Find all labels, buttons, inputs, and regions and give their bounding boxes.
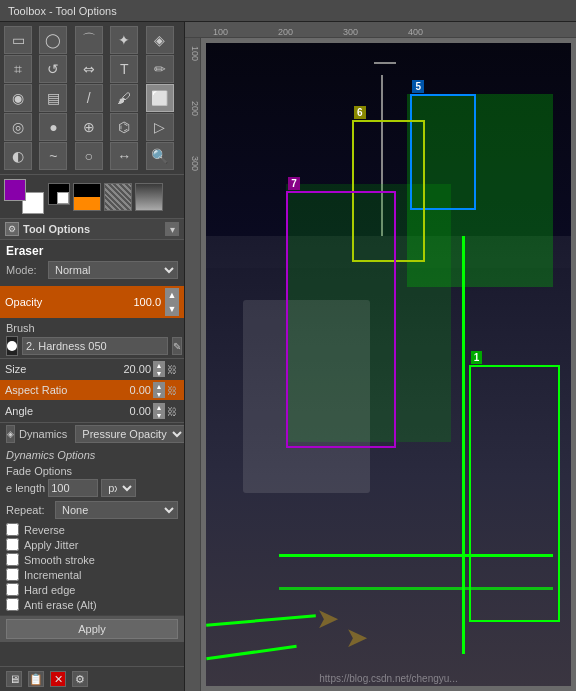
opacity-row: Opacity 100.0 ▲ ▼ (0, 286, 184, 318)
size-spinner: ▲ ▼ (153, 361, 165, 377)
dynamics-select[interactable]: Pressure Opacity None (75, 425, 185, 443)
tool-eraser[interactable]: ⬜ (146, 84, 174, 112)
ruler-mark-400: 400 (408, 27, 423, 37)
reverse-checkbox[interactable] (6, 523, 19, 536)
brush-preview[interactable] (6, 336, 18, 356)
tool-text[interactable]: T (110, 55, 138, 83)
size-value: 20.00 (106, 363, 151, 375)
tool-transform[interactable]: ↺ (39, 55, 67, 83)
aspect-ratio-row: Aspect Ratio 0.00 ▲ ▼ ⛓ (0, 380, 184, 400)
reverse-label[interactable]: Reverse (24, 524, 65, 536)
tool-measure[interactable]: ↔ (110, 142, 138, 170)
anti-erase-label[interactable]: Anti erase (Alt) (24, 599, 97, 611)
arrow-symbol: ➤ (316, 602, 339, 635)
bottom-buttons: 🖥 📋 ✕ ⚙ (0, 666, 184, 691)
fade-length-prefix: e length (6, 482, 45, 494)
mode-select[interactable]: Normal Behind Erase (48, 261, 178, 279)
opacity-label: Opacity (5, 296, 133, 308)
bottom-icon-1[interactable]: 🖥 (6, 671, 22, 687)
bottom-icon-3[interactable]: ✕ (50, 671, 66, 687)
dynamics-row: ◈ Dynamics Pressure Opacity None ✎ (6, 425, 178, 443)
tool-icons-grid: ▭ ◯ ⌒ ✦ ◈ ⌗ ↺ ⇔ T ✏ ◉ ▤ / 🖌 ⬜ ◎ ● ⊕ ⌬ ▷ … (0, 22, 184, 175)
black-white-icon[interactable] (48, 183, 70, 205)
smooth-stroke-checkbox[interactable] (6, 553, 19, 566)
brush-edit-btn[interactable]: ✎ (172, 337, 182, 355)
fade-unit-select[interactable]: px % (101, 479, 136, 497)
incremental-checkbox[interactable] (6, 568, 19, 581)
fade-length-input[interactable] (48, 479, 98, 497)
tool-clone[interactable]: ⊕ (75, 113, 103, 141)
angle-row: Angle 0.00 ▲ ▼ ⛓ (0, 401, 184, 421)
tool-blur[interactable]: ◐ (4, 142, 32, 170)
aspect-chain-icon: ⛓ (165, 383, 179, 397)
hard-edge-label[interactable]: Hard edge (24, 584, 75, 596)
ruler-v-mark: 200 (185, 101, 200, 116)
tool-ink[interactable]: ● (39, 113, 67, 141)
incremental-label[interactable]: Incremental (24, 569, 81, 581)
tool-flip[interactable]: ⇔ (75, 55, 103, 83)
car-white (243, 300, 371, 493)
anti-erase-checkbox[interactable] (6, 598, 19, 611)
tool-color-picker[interactable]: 🔍 (146, 142, 174, 170)
ruler-v-mark: 300 (185, 156, 200, 171)
bottom-icon-2[interactable]: 📋 (28, 671, 44, 687)
apply-button[interactable]: Apply (6, 619, 178, 639)
apply-jitter-row: Apply Jitter (6, 538, 178, 551)
tool-perspective-clone[interactable]: ▷ (146, 113, 174, 141)
canvas-viewport[interactable]: ➤ ➤ 5 6 7 (201, 38, 576, 691)
ruler-mark-200: 200 (278, 27, 293, 37)
tool-path[interactable]: ✏ (146, 55, 174, 83)
opacity-increase-btn[interactable]: ▲ (165, 288, 179, 302)
tool-ellipse-select[interactable]: ◯ (39, 26, 67, 54)
apply-jitter-checkbox[interactable] (6, 538, 19, 551)
foreground-color-swatch[interactable] (4, 179, 26, 201)
anti-erase-row: Anti erase (Alt) (6, 598, 178, 611)
tool-paintbrush[interactable]: 🖌 (110, 84, 138, 112)
tool-paintbucket[interactable]: ◉ (4, 84, 32, 112)
dynamics-icon: ◈ (6, 425, 15, 443)
angle-decrease-btn[interactable]: ▼ (153, 411, 165, 419)
tool-dodge-burn[interactable]: ○ (75, 142, 103, 170)
fg-bg-colors[interactable] (4, 179, 44, 214)
canvas-image: ➤ ➤ 5 6 7 (206, 43, 571, 686)
tool-pencil[interactable]: / (75, 84, 103, 112)
green-line-v (462, 236, 465, 654)
tool-fuzzy-select[interactable]: ✦ (110, 26, 138, 54)
canvas-area: 100 200 300 400 100 200 300 (185, 22, 576, 691)
tool-options-icon: ⚙ (5, 222, 19, 236)
brush-section: Brush ✎ (0, 320, 184, 359)
aspect-ratio-decrease-btn[interactable]: ▼ (153, 390, 165, 398)
tool-options-label: Tool Options (23, 223, 90, 235)
mode-label: Mode: (6, 264, 44, 276)
size-decrease-btn[interactable]: ▼ (153, 369, 165, 377)
tool-options-header: ⚙ Tool Options ▾ (0, 219, 184, 240)
title-text: Toolbox - Tool Options (8, 5, 117, 17)
aspect-ratio-increase-btn[interactable]: ▲ (153, 382, 165, 390)
brush-name-input[interactable] (22, 337, 168, 355)
smooth-stroke-label[interactable]: Smooth stroke (24, 554, 95, 566)
brush-pattern[interactable] (73, 183, 101, 211)
tool-options-menu-btn[interactable]: ▾ (165, 222, 179, 236)
tool-smudge[interactable]: ~ (39, 142, 67, 170)
tool-rect-select[interactable]: ▭ (4, 26, 32, 54)
tool-crop[interactable]: ⌗ (4, 55, 32, 83)
angle-increase-btn[interactable]: ▲ (153, 403, 165, 411)
apply-jitter-label[interactable]: Apply Jitter (24, 539, 78, 551)
tool-by-color[interactable]: ◈ (146, 26, 174, 54)
gradient-pattern[interactable] (135, 183, 163, 211)
opacity-decrease-btn[interactable]: ▼ (165, 302, 179, 316)
repeat-select[interactable]: None Loop Sawtooth (55, 501, 178, 519)
size-chain-icon: ⛓ (165, 362, 179, 376)
ruler-mark-100: 100 (213, 27, 228, 37)
size-row: Size 20.00 ▲ ▼ ⛓ (0, 359, 184, 379)
size-increase-btn[interactable]: ▲ (153, 361, 165, 369)
tool-blend[interactable]: ▤ (39, 84, 67, 112)
tool-lasso[interactable]: ⌒ (75, 26, 103, 54)
reverse-row: Reverse (6, 523, 178, 536)
tool-heal[interactable]: ⌬ (110, 113, 138, 141)
ruler-v-mark: 100 (185, 46, 200, 61)
bottom-icon-4[interactable]: ⚙ (72, 671, 88, 687)
hard-edge-checkbox[interactable] (6, 583, 19, 596)
texture-pattern[interactable] (104, 183, 132, 211)
tool-airbrush[interactable]: ◎ (4, 113, 32, 141)
